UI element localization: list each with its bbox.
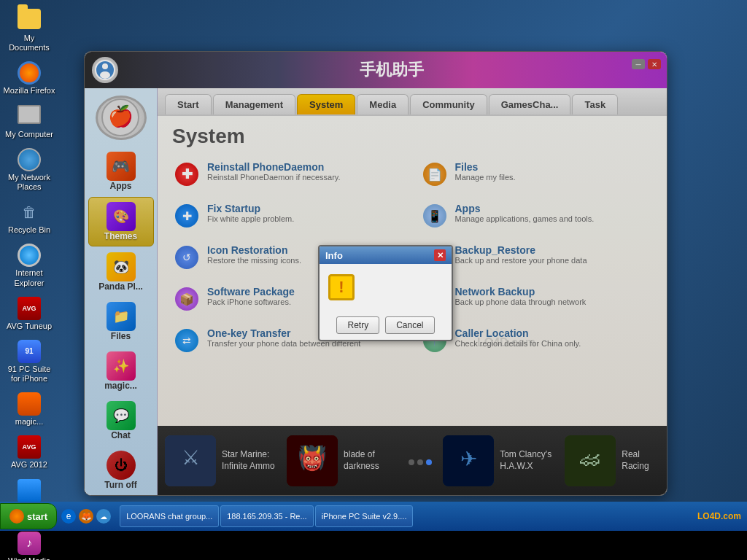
- start-button[interactable]: start: [0, 503, 57, 529]
- computer-icon: [18, 105, 41, 124]
- taskbar-item-loorans[interactable]: LOORANS chat group...: [120, 505, 219, 527]
- desktop-icon-label: Internet Explorer: [3, 268, 55, 287]
- dialog-overlay: Info ✕ ! Retry Cancel: [85, 52, 667, 495]
- info-dialog: Info ✕ ! Retry Cancel: [318, 245, 453, 341]
- desktop-icon-label: AVG Tuneup: [7, 322, 52, 331]
- network-icon: [18, 148, 41, 171]
- desktop-icons-area: My Documents Mozilla Firefox My Computer…: [0, 0, 88, 531]
- taskbar-item-188[interactable]: 188.165.209.35 - Re...: [220, 505, 313, 527]
- desktop-icon-my-documents[interactable]: My Documents: [0, 6, 58, 55]
- desktop-icon-label: AVG 2012: [11, 460, 47, 470]
- avg-icon: AVG: [18, 297, 41, 320]
- taskbar-item-iphone[interactable]: iPhone PC Suite v2.9....: [315, 505, 414, 527]
- windows-msg-icon: [18, 479, 41, 502]
- desktop-icon-label: My Computer: [5, 130, 53, 139]
- avg2012-icon: AVG: [18, 435, 41, 459]
- taskbar: start e 🦊 ☁ LOORANS chat group... 188.16…: [0, 502, 747, 531]
- desktop-icon-label: magic...: [15, 417, 44, 427]
- tray-icon-2[interactable]: 🦊: [79, 509, 93, 524]
- start-label: start: [27, 511, 47, 522]
- windows-start-icon: [9, 509, 24, 524]
- desktop-icon-magic[interactable]: magic...: [0, 389, 58, 429]
- retry-button[interactable]: Retry: [336, 316, 379, 334]
- desktop-icon-91[interactable]: 91 91 PC Suite for iPhone: [0, 337, 58, 386]
- dialog-title: Info: [325, 250, 343, 261]
- desktop-icon-my-computer[interactable]: My Computer: [0, 102, 58, 142]
- dialog-warning-icon: !: [328, 274, 355, 300]
- taskbar-right: LO4D.com: [692, 511, 747, 521]
- desktop-icon-recycle[interactable]: 🗑 Recycle Bin: [0, 198, 58, 238]
- folder-icon: [18, 9, 41, 29]
- 91-icon: 91: [18, 340, 41, 363]
- ie-tray-icon[interactable]: e: [61, 509, 76, 524]
- itunes-icon: ♪: [18, 532, 41, 555]
- firefox-icon: [18, 61, 41, 85]
- desktop: My Documents Mozilla Firefox My Computer…: [0, 0, 747, 531]
- tray-icon-3[interactable]: ☁: [96, 509, 111, 524]
- desktop-icon-ie[interactable]: Internet Explorer: [0, 241, 58, 290]
- taskbar-items: LOORANS chat group... 188.165.209.35 - R…: [115, 505, 692, 527]
- recycle-icon: 🗑: [18, 201, 41, 224]
- magic-icon: [18, 392, 41, 416]
- desktop-icon-label: Wind Media: [8, 556, 50, 560]
- desktop-icon-network[interactable]: My Network Places: [0, 145, 58, 195]
- desktop-icon-label: Recycle Bin: [8, 225, 50, 235]
- ie-icon: [18, 244, 41, 267]
- lo4d-logo: LO4D.com: [697, 511, 741, 521]
- desktop-icon-label: 91 PC Suite for iPhone: [3, 365, 55, 384]
- desktop-icon-avg2012[interactable]: AVG AVG 2012: [0, 432, 58, 472]
- desktop-icon-avg[interactable]: AVG AVG Tuneup: [0, 294, 58, 334]
- dialog-body: !: [320, 264, 452, 311]
- app-window: 手机助手 ─ ✕ 🍎 🎮 Apps 🎨 Themes 🐼 Panda Pl...: [84, 51, 667, 496]
- desktop-icon-firefox[interactable]: Mozilla Firefox: [0, 58, 58, 98]
- dialog-close-button[interactable]: ✕: [434, 249, 446, 261]
- dialog-buttons: Retry Cancel: [320, 311, 452, 340]
- desktop-icon-itunes[interactable]: ♪ Wind Media: [0, 529, 58, 560]
- taskbar-tray: e 🦊 ☁: [57, 509, 115, 524]
- desktop-icon-label: My Network Places: [3, 173, 55, 192]
- cancel-button[interactable]: Cancel: [385, 316, 434, 334]
- dialog-titlebar: Info ✕: [320, 246, 452, 264]
- desktop-icon-label: My Documents: [3, 34, 55, 52]
- desktop-icon-label: Mozilla Firefox: [4, 86, 55, 96]
